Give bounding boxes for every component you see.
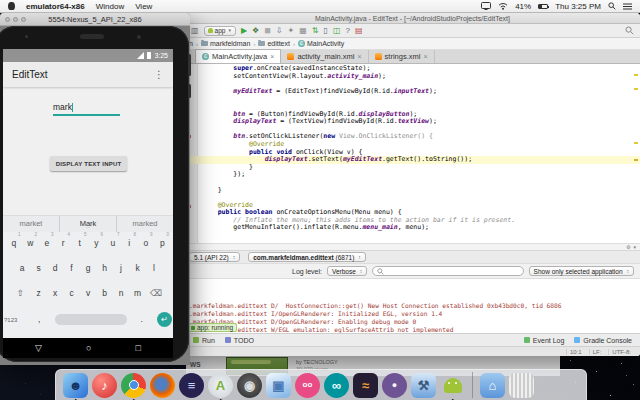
- power-button[interactable]: [188, 54, 191, 76]
- dock-android[interactable]: [440, 373, 465, 398]
- wifi-icon[interactable]: [498, 2, 508, 10]
- symbols-key[interactable]: ?123: [4, 317, 24, 323]
- editor-code[interactable]: super.onCreate(savedInstanceState); setC…: [185, 65, 640, 232]
- dock-virtualbox[interactable]: ▣: [266, 373, 291, 398]
- key-q[interactable]: 1q: [6, 237, 23, 250]
- key-z[interactable]: z: [30, 287, 47, 300]
- device-select[interactable]: 5.1 (API 22) ↕: [189, 252, 240, 262]
- device-monitor-icon[interactable]: ▯: [324, 27, 328, 35]
- close-icon[interactable]: ×: [270, 53, 274, 60]
- key-n[interactable]: n: [113, 287, 130, 300]
- log-line[interactable]: .markfeldman.edittext D/ HostConnection:…: [189, 302, 640, 310]
- code-editor[interactable]: super.onCreate(savedInstanceState); setC…: [185, 64, 640, 243]
- dock-xcode[interactable]: ⚒: [411, 373, 436, 398]
- logcat-output[interactable]: .markfeldman.edittext D/ HostConnection:…: [185, 278, 640, 333]
- key-o[interactable]: 9o: [138, 237, 155, 250]
- tool-window-run[interactable]: Run: [193, 337, 215, 344]
- key-d[interactable]: d: [47, 262, 64, 275]
- run-icon[interactable]: ▶: [241, 27, 247, 35]
- breadcrumb-markfeldman[interactable]: markfeldman: [201, 40, 250, 47]
- suggestion-mark[interactable]: Mark···: [59, 216, 116, 232]
- period-key[interactable]: .: [134, 313, 151, 326]
- menu-bar-clock[interactable]: Thu 3:25 PM: [555, 2, 601, 11]
- code-line[interactable]: }: [185, 187, 640, 195]
- project-structure-icon[interactable]: ▦: [299, 27, 307, 35]
- close-icon[interactable]: ×: [358, 53, 362, 60]
- code-line[interactable]: [185, 179, 640, 187]
- key-p[interactable]: 0p: [154, 237, 171, 250]
- space-key[interactable]: [55, 314, 127, 325]
- log-level-select[interactable]: Verbose ↕: [327, 266, 367, 276]
- key-v[interactable]: v: [80, 287, 97, 300]
- code-line[interactable]: setContentView(R.layout.activity_main);: [185, 73, 640, 81]
- tab-strings.xml[interactable]: strings.xml×: [369, 50, 435, 63]
- sidebar-toggle-icon[interactable]: ▥: [191, 27, 199, 35]
- key-h[interactable]: h: [96, 262, 113, 275]
- debug-icon[interactable]: ❖: [252, 27, 259, 35]
- tool-window-gradle-console[interactable]: Gradle Console: [574, 337, 632, 344]
- key-x[interactable]: x: [47, 287, 64, 300]
- monitor-icon[interactable]: ▤: [355, 27, 363, 35]
- key-k[interactable]: k: [129, 262, 146, 275]
- home-icon[interactable]: ○: [86, 343, 91, 353]
- dock-eclipse[interactable]: ≡: [179, 373, 204, 398]
- inspection-mark[interactable]: [634, 88, 638, 90]
- code-line[interactable]: displayText.setText(myEditText.getText()…: [185, 156, 640, 164]
- key-b[interactable]: b: [96, 287, 113, 300]
- stop-icon[interactable]: ◼: [264, 27, 271, 35]
- suggestion-marked[interactable]: marked: [116, 216, 173, 232]
- display-text-button[interactable]: DISPLAY TEXT INPUT: [50, 156, 127, 171]
- studio-title-bar[interactable]: MainActivity.java - EditText - [~/Androi…: [185, 13, 640, 24]
- zoom-icon[interactable]: [21, 17, 26, 22]
- dock-firefox[interactable]: [150, 373, 175, 398]
- code-line[interactable]: }: [185, 164, 640, 172]
- code-line[interactable]: [185, 194, 640, 202]
- minimize-icon[interactable]: [13, 17, 18, 22]
- code-line[interactable]: });: [185, 171, 640, 179]
- inspection-mark[interactable]: [634, 74, 638, 76]
- dock-arduino[interactable]: ∞: [324, 373, 349, 398]
- process-select[interactable]: com.markfeldman.edittext (6871) ↕: [248, 252, 366, 262]
- search-everywhere-icon[interactable]: [625, 26, 634, 35]
- log-line[interactable]: .markfeldman.edittext I/OpenGLRenderer: …: [189, 310, 640, 318]
- dock-home-folder[interactable]: ⌂: [480, 373, 505, 398]
- dock-flickr[interactable]: oo: [295, 373, 320, 398]
- window-controls[interactable]: [5, 17, 26, 22]
- inspection-mark[interactable]: [634, 142, 638, 144]
- attach-debugger-icon[interactable]: ⇩: [276, 27, 283, 35]
- dock-itunes[interactable]: ♪: [92, 373, 117, 398]
- key-s[interactable]: s: [30, 262, 47, 275]
- emulator-title-bar[interactable]: 5554:Nexus_5_API_22_x86: [0, 13, 190, 26]
- breadcrumb-MainActivity[interactable]: CMainActivity: [298, 40, 344, 47]
- key-e[interactable]: 3e: [39, 237, 56, 250]
- logcat-filter-select[interactable]: Show only selected application ↕: [529, 266, 634, 276]
- key-c[interactable]: c: [63, 287, 80, 300]
- key-y[interactable]: 6y: [88, 237, 105, 250]
- run-configuration-select[interactable]: app ▼: [204, 26, 236, 36]
- key-r[interactable]: 4r: [55, 237, 72, 250]
- tool-window-event-log[interactable]: Event Log: [524, 337, 565, 344]
- dock-audacity[interactable]: ≈: [353, 373, 378, 398]
- key-f[interactable]: f: [63, 262, 80, 275]
- log-line[interactable]: .markfeldman.edittext W/EGL_emulation: e…: [189, 326, 640, 333]
- key-l[interactable]: l: [146, 262, 163, 275]
- back-icon[interactable]: ▽: [35, 343, 42, 353]
- code-line[interactable]: myEditText = (EditText)findViewById(R.id…: [185, 88, 640, 96]
- tab-MainActivity.java[interactable]: CMainActivity.java×: [195, 49, 281, 63]
- key-t[interactable]: 5t: [72, 237, 89, 250]
- active-app-menu[interactable]: emulator64-x86: [26, 2, 85, 11]
- notification-center-icon[interactable]: [623, 3, 632, 10]
- key-u[interactable]: 7u: [105, 237, 122, 250]
- menu-window[interactable]: Window: [96, 2, 124, 11]
- close-icon[interactable]: ×: [423, 53, 427, 60]
- logcat-search-input[interactable]: [372, 266, 523, 276]
- tab-activity_main.xml[interactable]: activity_main.xml×: [281, 50, 368, 63]
- edit-text-input[interactable]: mark: [53, 102, 120, 116]
- backspace-key[interactable]: ⌫: [146, 287, 166, 300]
- menu-view[interactable]: View: [135, 2, 152, 11]
- dock-android-studio[interactable]: A: [208, 373, 233, 398]
- avd-manager-icon[interactable]: ◫: [333, 27, 341, 35]
- breadcrumb-edittext[interactable]: edittext: [258, 40, 290, 47]
- battery-icon[interactable]: [538, 4, 548, 9]
- inspection-mark[interactable]: [634, 159, 638, 161]
